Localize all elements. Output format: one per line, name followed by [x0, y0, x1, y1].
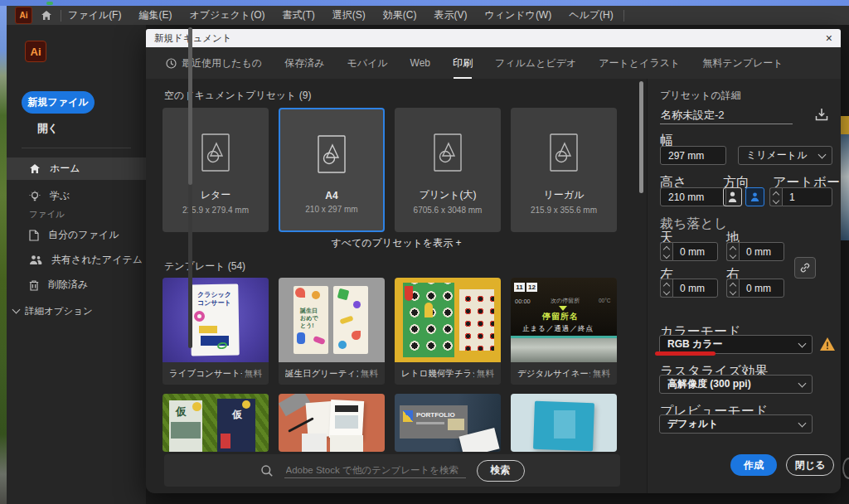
sidebar-item-home[interactable]: ホーム [7, 158, 146, 180]
menu-window[interactable]: ウィンドウ(W) [484, 8, 551, 22]
sidebar-item-learn[interactable]: 学ぶ [7, 185, 146, 207]
template-card-stationery[interactable] [279, 394, 385, 452]
screen: Ai ファイル(F) 編集(E) オブジェクト(O) 書式(T) 選択(S) 効… [0, 0, 849, 504]
menu-select[interactable]: 選択(S) [332, 8, 366, 22]
preset-card-legal[interactable]: リーガル 215.9 x 355.6 mm [511, 108, 617, 232]
menu-effect[interactable]: 効果(C) [383, 8, 417, 22]
artboard-icon [433, 129, 463, 176]
template-name: レトロ幾何学チラシレ... [401, 368, 474, 380]
presets-heading: 空のドキュメントプリセット (9) [164, 89, 311, 103]
stepper-buttons[interactable] [660, 279, 672, 298]
dialog-main-content: 空のドキュメントプリセット (9) レター 215.9 x 279.4 mm A… [146, 79, 647, 493]
sidebar-item-deleted[interactable]: 削除済み [7, 274, 146, 296]
sidebar-item-my-files[interactable]: 自分のファイル [7, 224, 146, 246]
sidebar-item-shared[interactable]: 共有されたアイテム [7, 249, 146, 271]
template-card-concert[interactable]: クラシック コンサート ライブコンサートチラシ... 無料 [163, 278, 269, 385]
sidebar-divider [22, 148, 131, 148]
home-icon[interactable] [40, 9, 53, 22]
template-card-teal-book[interactable] [511, 394, 617, 452]
tab-saved[interactable]: 保存済み [284, 47, 324, 79]
menu-file[interactable]: ファイル(F) [68, 8, 121, 22]
template-card-portfolio[interactable]: PORTFOLIO [395, 394, 501, 452]
free-badge: 無料 [361, 368, 378, 380]
show-all-presets-button[interactable]: すべてのプリセットを表示 + [146, 236, 647, 250]
close-button[interactable]: 閉じる [786, 454, 834, 476]
panel-scrollbar[interactable] [188, 27, 192, 348]
preset-row: レター 215.9 x 279.4 mm A4 210 x 297 mm [163, 108, 617, 232]
menu-type[interactable]: 書式(T) [282, 8, 314, 22]
template-name: デジタルサイネージ（... [517, 368, 590, 380]
close-icon[interactable]: × [826, 32, 832, 44]
template-card-book-covers[interactable]: 仮 仮 [163, 394, 269, 452]
search-input[interactable] [284, 463, 466, 478]
sidebar-item-label: 削除済み [48, 278, 88, 292]
link-bleed-values-button[interactable] [794, 257, 816, 279]
free-badge: 無料 [477, 368, 494, 380]
preset-name: レター [201, 188, 231, 202]
preset-card-a4[interactable]: A4 210 x 297 mm [279, 108, 385, 232]
stepper-buttons[interactable] [769, 187, 782, 206]
template-thumbnail: 誕生日 おめでとう! [279, 278, 385, 362]
tab-label: 無料テンプレート [702, 56, 783, 70]
dialog-tab-bar: 最近使用したもの 保存済み モバイル Web 印刷 フィルムとビデオ アートとイ… [146, 47, 841, 79]
tab-recent[interactable]: 最近使用したもの [166, 47, 262, 79]
units-dropdown[interactable]: ミリメートル [738, 146, 832, 165]
tab-label: Web [410, 57, 430, 69]
height-input[interactable]: 210 mm [660, 187, 726, 206]
orientation-portrait-button[interactable] [723, 187, 742, 206]
search-button[interactable]: 検索 [477, 460, 525, 482]
menu-object[interactable]: オブジェクト(O) [189, 8, 264, 22]
preset-card-print-large[interactable]: プリント(大) 6705.6 x 3048 mm [395, 108, 501, 232]
tab-art-illustration[interactable]: アートとイラスト [599, 47, 680, 79]
bleed-top-stepper[interactable]: 0 mm [660, 242, 718, 261]
bleed-left-stepper[interactable]: 0 mm [660, 279, 718, 298]
template-card-retro[interactable]: レトロ幾何学チラシレ... 無料 [395, 278, 501, 385]
menu-edit[interactable]: 編集(E) [138, 8, 172, 22]
tab-print[interactable]: 印刷 [453, 47, 473, 79]
bleed-bottom-value: 0 mm [746, 246, 771, 258]
tab-label: 印刷 [453, 56, 473, 70]
new-file-button[interactable]: 新規ファイル [22, 91, 95, 114]
document-name-field[interactable] [660, 106, 793, 124]
advanced-options-toggle[interactable]: 詳細オプション [13, 305, 93, 317]
bleed-right-stepper[interactable]: 0 mm [726, 279, 784, 298]
template-card-signage[interactable]: 11 12 00:00 次の停留所 00°C 停留所名 止まる／通過／終点 デジ… [511, 278, 617, 385]
create-button[interactable]: 作成 [730, 454, 777, 476]
stepper-buttons[interactable] [660, 242, 672, 261]
free-badge: 無料 [593, 368, 610, 380]
tab-web[interactable]: Web [410, 47, 430, 79]
tab-free-templates[interactable]: 無料テンプレート [702, 47, 783, 79]
home-sidebar: Ai 新規ファイル 開く ホーム 学ぶ ファイル [7, 25, 146, 504]
stepper-buttons[interactable] [726, 242, 739, 261]
bleed-top-value: 0 mm [680, 246, 705, 258]
open-button[interactable]: 開く [37, 122, 58, 136]
preset-card-letter[interactable]: レター 215.9 x 279.4 mm [163, 108, 269, 232]
artboard-stepper[interactable]: 1 [769, 187, 832, 206]
advanced-options-label: 詳細オプション [25, 305, 93, 317]
bleed-right-value: 0 mm [746, 283, 771, 294]
template-thumbnail: 仮 仮 [163, 394, 269, 452]
template-thumbnail [395, 278, 501, 362]
preset-name: リーガル [544, 188, 585, 202]
preview-mode-dropdown[interactable]: デフォルト [659, 414, 813, 434]
template-card-birthday[interactable]: 誕生日 おめでとう! 誕生日グリーティング... 無料 [279, 278, 385, 385]
raster-effects-dropdown[interactable]: 高解像度 (300 ppi) [659, 375, 813, 394]
content-scrollbar[interactable] [639, 81, 643, 193]
menu-view[interactable]: 表示(V) [434, 8, 467, 22]
bleed-left-value: 0 mm [680, 283, 705, 294]
color-mode-value: RGB カラー [667, 337, 723, 351]
chevron-down-icon [798, 339, 807, 347]
tab-film-video[interactable]: フィルムとビデオ [495, 47, 576, 79]
menu-help[interactable]: ヘルプ(H) [569, 8, 614, 22]
bleed-bottom-stepper[interactable]: 0 mm [726, 242, 784, 261]
width-input[interactable]: 297 mm [660, 146, 726, 165]
tab-mobile[interactable]: モバイル [347, 47, 387, 79]
home-icon [29, 163, 41, 174]
orientation-landscape-button[interactable] [745, 187, 764, 206]
save-preset-icon[interactable] [813, 105, 831, 124]
template-thumbnail [279, 394, 385, 452]
stepper-buttons[interactable] [726, 279, 739, 298]
people-icon [29, 254, 42, 265]
warning-icon[interactable] [819, 337, 836, 355]
illustrator-logo: Ai [25, 41, 46, 62]
